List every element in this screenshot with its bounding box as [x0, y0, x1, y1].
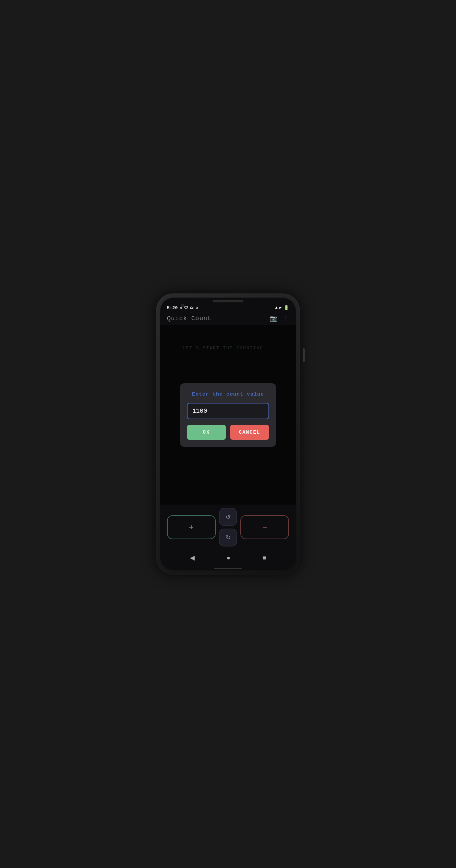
undo-button[interactable]: ↺: [219, 508, 237, 526]
plus-icon: +: [189, 522, 194, 532]
redo-icon: ↻: [226, 534, 231, 541]
dialog-title: Enter the count value: [192, 391, 264, 397]
app-bar: Quick Count 📷 ⋮: [160, 312, 296, 325]
wifi-icon: ▲: [275, 305, 278, 310]
ok-button[interactable]: OK: [187, 425, 226, 440]
dialog-overlay: Enter the count value OK CANCEL: [160, 325, 296, 505]
count-value-dialog: Enter the count value OK CANCEL: [180, 383, 276, 447]
undo-redo-controls: ↺ ↻: [219, 508, 237, 546]
phone-bottom-indicator: [160, 566, 296, 570]
clipboard-status-icon: 🗂: [190, 306, 194, 310]
cancel-button[interactable]: CANCEL: [230, 425, 269, 440]
minus-icon: −: [262, 522, 267, 532]
phone-screen: 5:20 ⚙ 🛡 🗂 ⊘ ▲ ◤ 🔋 Quick Count 📷 ⋮ Let's…: [160, 298, 296, 570]
nav-bar: ◀ ● ■: [160, 549, 296, 566]
count-value-input[interactable]: [187, 403, 269, 419]
block-status-icon: ⊘: [196, 306, 198, 310]
redo-button[interactable]: ↻: [219, 529, 237, 546]
app-title: Quick Count: [167, 315, 212, 322]
camera-icon[interactable]: 📷: [270, 315, 277, 322]
camera-dot: [181, 304, 184, 307]
power-button[interactable]: [303, 348, 305, 362]
undo-icon: ↺: [226, 513, 231, 521]
status-time: 5:20: [167, 305, 178, 311]
bottom-bar-indicator: [214, 568, 242, 569]
phone-frame: 5:20 ⚙ 🛡 🗂 ⊘ ▲ ◤ 🔋 Quick Count 📷 ⋮ Let's…: [156, 293, 300, 575]
menu-icon[interactable]: ⋮: [283, 315, 289, 322]
shield-status-icon: 🛡: [184, 306, 188, 310]
increment-button[interactable]: +: [167, 515, 216, 539]
speaker-grille: [213, 300, 243, 302]
decrement-button[interactable]: −: [240, 515, 289, 539]
recents-button[interactable]: ■: [258, 553, 270, 563]
bottom-controls: + ↺ ↻ −: [160, 505, 296, 549]
phone-top-hardware: [160, 298, 296, 304]
app-bar-actions: 📷 ⋮: [270, 315, 289, 322]
home-button[interactable]: ●: [223, 553, 235, 563]
main-content: Let's start the counting... Enter the co…: [160, 325, 296, 505]
signal-icon: ◤: [279, 305, 282, 311]
status-right: ▲ ◤ 🔋: [275, 305, 289, 311]
battery-icon: 🔋: [284, 305, 289, 311]
back-button[interactable]: ◀: [186, 553, 199, 563]
dialog-buttons: OK CANCEL: [187, 425, 269, 440]
